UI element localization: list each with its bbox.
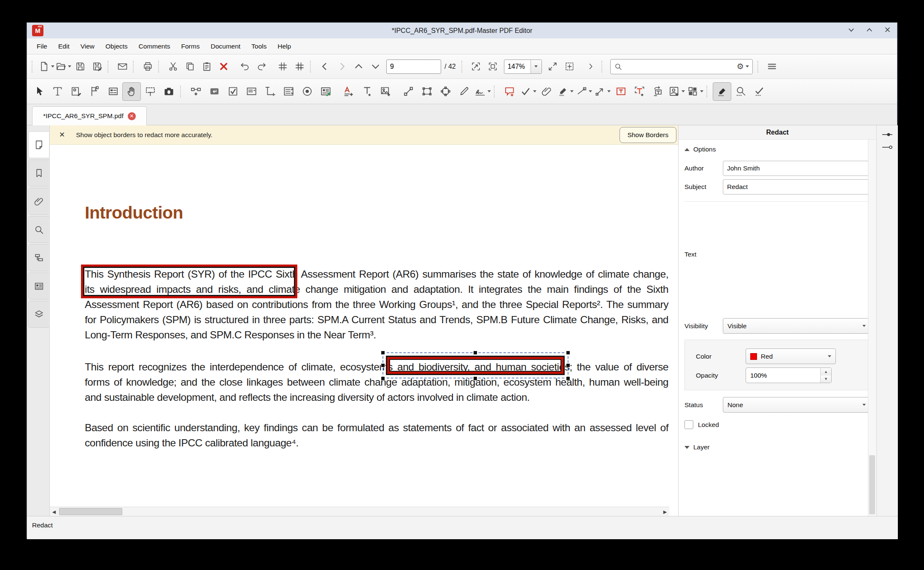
search-box[interactable]: ⚙	[610, 59, 753, 74]
menu-file[interactable]: File	[31, 39, 53, 54]
selection-handle[interactable]	[566, 363, 570, 367]
zoom-dropdown-button[interactable]	[531, 59, 541, 74]
sticky-note-button[interactable]	[500, 82, 519, 101]
locked-checkbox[interactable]	[684, 420, 693, 429]
redo-button[interactable]	[253, 58, 270, 75]
prev-page-button[interactable]	[316, 58, 333, 75]
line-annotation-button[interactable]	[574, 82, 593, 101]
redaction-annotation-2[interactable]	[386, 356, 565, 375]
chevron-right-small-button[interactable]	[582, 58, 599, 75]
ruler-button[interactable]	[261, 82, 279, 101]
selection-handle[interactable]	[473, 351, 477, 355]
ellipse-shape-button[interactable]	[436, 82, 455, 101]
status-dropdown[interactable]: None	[723, 397, 870, 413]
sidebar-tab-search[interactable]	[28, 216, 49, 243]
fit-page-button[interactable]	[485, 58, 501, 75]
add-contact-button[interactable]	[667, 82, 686, 101]
subject-field[interactable]	[723, 179, 870, 195]
rect-shape-button[interactable]	[418, 82, 436, 101]
color-dropdown[interactable]: Red	[746, 348, 836, 364]
close-button[interactable]	[884, 26, 891, 35]
menu-tools[interactable]: Tools	[246, 39, 272, 54]
form-text-field-button[interactable]	[630, 82, 649, 101]
save-button[interactable]	[72, 58, 89, 75]
sidebar-tab-layers[interactable]	[28, 301, 49, 328]
listbox-field-button[interactable]	[279, 82, 298, 101]
opacity-spinner[interactable]: 100% ▲ ▼	[746, 367, 832, 383]
selection-handle[interactable]	[566, 351, 570, 355]
checkbox-field-button[interactable]	[224, 82, 242, 101]
gear-icon[interactable]: ⚙	[737, 62, 744, 70]
chevron-down-icon[interactable]	[746, 65, 749, 68]
fit-selection-button[interactable]	[561, 58, 578, 75]
redact-tool-button[interactable]	[713, 82, 731, 101]
panel-slider-icon[interactable]	[881, 131, 894, 138]
snapshot-button[interactable]	[159, 82, 178, 101]
selection-handle[interactable]	[381, 376, 385, 381]
menu-edit[interactable]: Edit	[53, 39, 75, 54]
maximize-button[interactable]	[866, 26, 873, 35]
email-button[interactable]	[114, 58, 131, 75]
selection-handle[interactable]	[566, 376, 570, 381]
horizontal-scroll-thumb[interactable]	[59, 508, 122, 515]
layer-section-toggle[interactable]: Layer	[679, 438, 876, 455]
menu-comments[interactable]: Comments	[133, 39, 176, 54]
selection-handle[interactable]	[381, 351, 385, 355]
grid-button[interactable]	[274, 58, 291, 75]
search-input[interactable]	[625, 62, 737, 70]
spin-down-icon[interactable]: ▼	[821, 375, 831, 383]
combo-field-button[interactable]	[242, 82, 261, 101]
page-up-button[interactable]	[350, 58, 367, 75]
edit-text-button[interactable]	[48, 82, 67, 101]
panel-slider-icon-2[interactable]	[881, 144, 894, 151]
sidebar-tab-signatures[interactable]	[28, 273, 49, 300]
button-field-button[interactable]	[205, 82, 224, 101]
page-number-input[interactable]	[386, 59, 441, 74]
new-document-button[interactable]	[38, 58, 55, 75]
signature-field-button[interactable]	[316, 82, 335, 101]
sidebar-tab-bookmarks[interactable]	[28, 159, 49, 186]
edit-forms-button[interactable]	[85, 82, 104, 101]
open-folder-button[interactable]	[55, 58, 72, 75]
line-shape-button[interactable]	[399, 82, 418, 101]
menu-objects[interactable]: Objects	[100, 39, 133, 54]
copy-button[interactable]	[181, 58, 198, 75]
zoom-select[interactable]: 147%	[504, 59, 542, 74]
cut-button[interactable]	[164, 58, 181, 75]
check-annotation-button[interactable]	[519, 82, 537, 101]
hand-tool-button[interactable]	[122, 82, 141, 101]
sidebar-tab-pages[interactable]	[28, 131, 49, 158]
document-tab[interactable]: *IPCC_AR6_SYR_SPM.pdf ✕	[32, 106, 147, 125]
menu-help[interactable]: Help	[272, 39, 296, 54]
notification-close-icon[interactable]: ✕	[59, 130, 65, 139]
arrow-annotation-button[interactable]	[593, 82, 612, 101]
selection-handle[interactable]	[381, 363, 385, 367]
show-borders-button[interactable]: Show Borders	[620, 127, 676, 143]
highlight-button[interactable]	[556, 82, 574, 101]
menu-document[interactable]: Document	[205, 39, 246, 54]
link-annotation-button[interactable]	[186, 82, 205, 101]
menu-forms[interactable]: Forms	[176, 39, 205, 54]
snap-grid-button[interactable]	[291, 58, 308, 75]
page-down-button[interactable]	[367, 58, 384, 75]
panel-scrollbar[interactable]	[868, 140, 876, 516]
minimize-button[interactable]	[848, 26, 855, 35]
add-text-style-button[interactable]	[339, 82, 358, 101]
arrange-objects-button[interactable]	[686, 82, 704, 101]
next-page-button[interactable]	[333, 58, 350, 75]
horizontal-scrollbar[interactable]: ◀ ▶	[50, 507, 669, 516]
fit-width-button[interactable]	[468, 58, 485, 75]
edit-image-button[interactable]	[67, 82, 85, 101]
add-text-button[interactable]	[358, 82, 376, 101]
paste-button[interactable]	[198, 58, 215, 75]
signature-button[interactable]	[473, 82, 492, 101]
scroll-right-icon[interactable]: ▶	[661, 507, 669, 516]
delete-button[interactable]	[215, 58, 232, 75]
save-as-button[interactable]	[89, 58, 105, 75]
attach-annotation-button[interactable]	[537, 82, 556, 101]
sidebar-tab-attachments[interactable]	[28, 188, 49, 215]
apply-redact-button[interactable]	[750, 82, 768, 101]
visibility-dropdown[interactable]: Visible	[723, 318, 870, 334]
form-editor-button[interactable]	[104, 82, 122, 101]
options-section-toggle[interactable]: Options	[679, 140, 876, 157]
